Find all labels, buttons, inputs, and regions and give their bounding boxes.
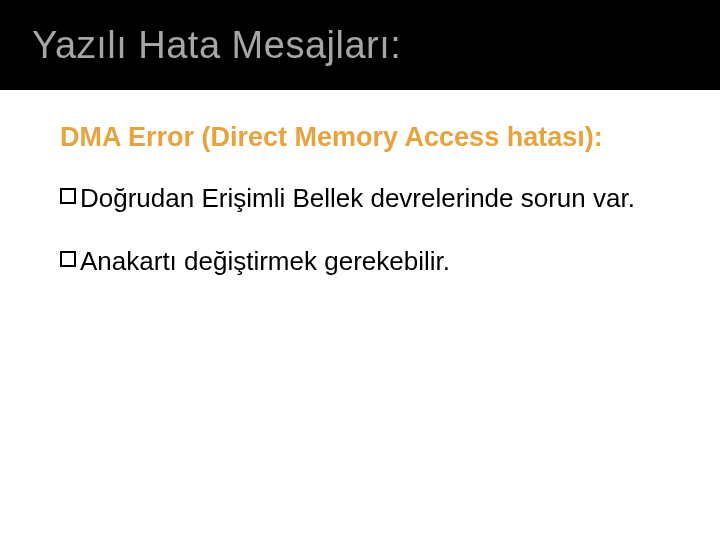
content-area: DMA Error (Direct Memory Access hatası):… xyxy=(0,90,720,279)
bullet-square-icon xyxy=(60,188,76,204)
bullet-square-icon xyxy=(60,251,76,267)
bullet-text: Doğrudan Erişimli Bellek devrelerinde so… xyxy=(80,181,635,216)
page-title: Yazılı Hata Mesajları: xyxy=(32,24,401,67)
list-item: Anakartı değiştirmek gerekebilir. xyxy=(60,244,672,279)
list-item: Doğrudan Erişimli Bellek devrelerinde so… xyxy=(60,181,672,216)
bullet-text: Anakartı değiştirmek gerekebilir. xyxy=(80,244,450,279)
section-heading: DMA Error (Direct Memory Access hatası): xyxy=(60,122,672,153)
title-bar: Yazılı Hata Mesajları: xyxy=(0,0,720,90)
